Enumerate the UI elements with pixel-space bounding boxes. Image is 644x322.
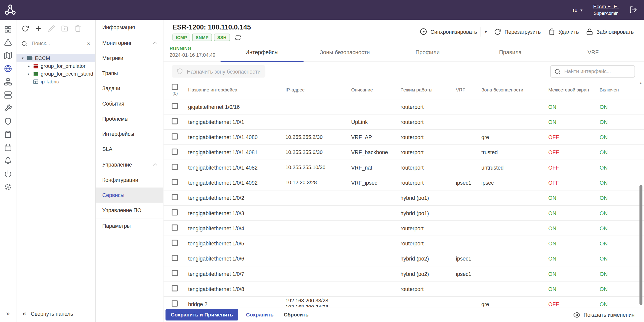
- row-checkbox[interactable]: [172, 149, 178, 155]
- row-checkbox[interactable]: [172, 270, 178, 276]
- enabled-toggle[interactable]: ON: [600, 240, 608, 246]
- tree-search-input[interactable]: [31, 40, 83, 47]
- tab-security-zones[interactable]: Зоны безопасности: [303, 43, 386, 61]
- menu-item-parameters[interactable]: Параметры: [96, 218, 163, 234]
- enabled-toggle[interactable]: ON: [600, 301, 608, 307]
- user-menu[interactable]: Eccm E. E. SuperAdmin: [593, 3, 619, 17]
- tab-rules[interactable]: Правила: [469, 43, 552, 61]
- firewall-toggle[interactable]: OFF: [548, 301, 559, 307]
- tab-interfaces[interactable]: Интерфейсы: [221, 43, 303, 61]
- interface-search-input[interactable]: [564, 68, 631, 75]
- calendar-icon[interactable]: [2, 141, 15, 154]
- devices-icon[interactable]: [2, 88, 15, 101]
- chevron-right-icon[interactable]: ▸: [27, 64, 31, 68]
- enabled-toggle[interactable]: ON: [600, 195, 608, 201]
- map-icon[interactable]: [2, 49, 15, 62]
- firewall-toggle[interactable]: ON: [548, 255, 556, 262]
- add-folder-icon[interactable]: [61, 25, 68, 32]
- table-scrollbar[interactable]: ▲ ▼: [638, 81, 643, 305]
- row-checkbox[interactable]: [172, 240, 178, 246]
- menu-section-monitoring[interactable]: Мониторинг: [96, 35, 163, 50]
- language-selector[interactable]: ru ▾: [573, 7, 582, 13]
- enabled-toggle[interactable]: ON: [600, 104, 608, 110]
- collapse-panel-button[interactable]: « Свернуть панель: [16, 305, 95, 322]
- app-logo-icon[interactable]: [4, 4, 16, 16]
- dashboard-icon[interactable]: [2, 23, 15, 36]
- notifications-icon[interactable]: [2, 154, 15, 167]
- alerts-icon[interactable]: [2, 36, 15, 49]
- firewall-toggle[interactable]: OFF: [548, 134, 559, 140]
- firewall-toggle[interactable]: OFF: [548, 149, 559, 155]
- scrollbar-thumb[interactable]: [639, 185, 642, 305]
- scroll-up-icon[interactable]: ▲: [639, 81, 642, 85]
- logout-button[interactable]: [629, 6, 637, 14]
- enabled-toggle[interactable]: ON: [600, 119, 608, 125]
- sync-dropdown-button[interactable]: ▾: [481, 27, 491, 36]
- enabled-toggle[interactable]: ON: [600, 180, 608, 186]
- power-icon[interactable]: [2, 167, 15, 180]
- menu-item-services[interactable]: Сервисы: [96, 187, 163, 203]
- tree-node-eccm[interactable]: ▾ ECCM: [16, 54, 95, 62]
- firewall-toggle[interactable]: ON: [548, 210, 556, 216]
- topology-icon[interactable]: [2, 75, 15, 88]
- enabled-toggle[interactable]: ON: [600, 286, 608, 292]
- menu-item-information[interactable]: Информация: [96, 20, 163, 35]
- firewall-toggle[interactable]: ON: [548, 286, 556, 292]
- menu-item-sla[interactable]: SLA: [96, 142, 163, 157]
- edit-icon[interactable]: [48, 25, 55, 32]
- add-icon[interactable]: [35, 25, 42, 32]
- row-checkbox[interactable]: [172, 133, 178, 139]
- menu-item-tasks[interactable]: Задачи: [96, 81, 163, 96]
- enabled-toggle[interactable]: ON: [600, 164, 608, 170]
- firewall-toggle[interactable]: OFF: [548, 180, 559, 186]
- tools-icon[interactable]: [2, 101, 15, 114]
- tree-node-ip-fabric[interactable]: ip-fabric: [16, 78, 95, 85]
- user-name-link[interactable]: Eccm E. E.: [593, 3, 619, 10]
- menu-item-software[interactable]: Управление ПО: [96, 203, 163, 218]
- delete-device-button[interactable]: Удалить: [544, 26, 582, 38]
- enabled-toggle[interactable]: ON: [600, 149, 608, 155]
- reset-button[interactable]: Сбросить: [281, 309, 311, 321]
- expand-rail-button[interactable]: »: [6, 310, 10, 317]
- menu-item-problems[interactable]: Проблемы: [96, 111, 163, 126]
- row-checkbox[interactable]: [172, 164, 178, 170]
- tree-node-group-for-eccm-stand[interactable]: ▸ group_for_eccm_stand: [16, 70, 95, 78]
- clear-search-icon[interactable]: ×: [87, 40, 90, 46]
- firewall-toggle[interactable]: ON: [548, 225, 556, 231]
- menu-section-management[interactable]: Управление: [96, 157, 163, 172]
- firewall-toggle[interactable]: ON: [548, 195, 556, 201]
- delete-icon[interactable]: [74, 25, 81, 32]
- row-checkbox[interactable]: [172, 179, 178, 185]
- settings-icon[interactable]: [2, 180, 15, 193]
- refresh-status-icon[interactable]: [235, 34, 241, 40]
- enabled-toggle[interactable]: ON: [600, 210, 608, 216]
- security-icon[interactable]: [2, 114, 15, 127]
- enabled-toggle[interactable]: ON: [600, 271, 608, 277]
- row-checkbox[interactable]: [172, 118, 178, 124]
- row-checkbox[interactable]: [172, 103, 178, 109]
- select-all-checkbox[interactable]: [172, 84, 178, 90]
- enabled-toggle[interactable]: ON: [600, 255, 608, 262]
- row-checkbox[interactable]: [172, 300, 178, 306]
- firewall-toggle[interactable]: ON: [548, 271, 556, 277]
- firewall-toggle[interactable]: ON: [548, 104, 556, 110]
- synchronize-button[interactable]: Синхронизировать: [416, 25, 481, 38]
- menu-item-metrics[interactable]: Метрики: [96, 50, 163, 66]
- network-icon[interactable]: [2, 62, 15, 75]
- row-checkbox[interactable]: [172, 224, 178, 231]
- reboot-button[interactable]: Перезагрузить: [490, 26, 544, 38]
- lock-device-button[interactable]: Заблокировать: [582, 26, 637, 38]
- menu-item-configurations[interactable]: Конфигурации: [96, 172, 163, 187]
- save-apply-button[interactable]: Сохранить и Применить: [165, 309, 238, 321]
- save-button[interactable]: Сохранить: [244, 309, 276, 321]
- enabled-toggle[interactable]: ON: [600, 134, 608, 140]
- tasks-icon[interactable]: [2, 128, 15, 141]
- tree-node-group-for-emulator[interactable]: ▸ group_for_emulator: [16, 62, 95, 70]
- tab-vrf[interactable]: VRF: [552, 43, 634, 61]
- chevron-down-icon[interactable]: ▾: [20, 56, 24, 60]
- menu-item-interfaces[interactable]: Интерфейсы: [96, 126, 163, 142]
- enabled-toggle[interactable]: ON: [600, 225, 608, 231]
- menu-item-events[interactable]: События: [96, 96, 163, 111]
- interface-search-field[interactable]: [550, 65, 635, 78]
- firewall-toggle[interactable]: ON: [548, 119, 556, 125]
